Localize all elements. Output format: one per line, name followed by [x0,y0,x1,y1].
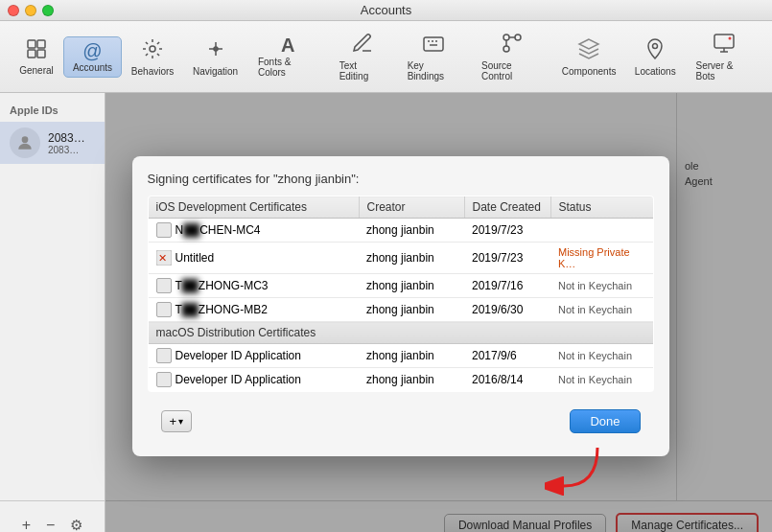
svg-rect-13 [714,35,734,48]
source-control-icon [501,32,524,58]
toolbar-item-behaviors[interactable]: Behaviors [122,33,183,81]
svg-text:✕: ✕ [158,252,167,264]
toolbar-item-navigation[interactable]: Navigation [183,33,247,81]
svg-point-4 [150,46,155,52]
add-certificate-button[interactable]: + ▾ [161,410,193,432]
toolbar-label-text-editing: Text Editing [339,60,386,81]
dropdown-arrow-icon: ▾ [178,416,183,427]
svg-rect-1 [37,40,45,48]
toolbar-label-fonts-colors: Fonts & Colors [258,57,318,78]
general-icon [25,37,48,63]
toolbar-item-general[interactable]: General [10,33,63,81]
toolbar-label-source-control: Source Control [481,60,542,81]
cert-icon-normal [156,302,172,317]
toolbar-label-server-bots: Server & Bots [696,60,752,81]
toolbar-label-key-bindings: Key Bindings [408,60,460,81]
cert-status: Not in Keychain [550,274,653,298]
table-row[interactable]: T██ZHONG-MB2 zhong jianbin 2019/6/30 Not… [148,298,653,322]
toolbar-label-components: Components [562,66,617,77]
section-header-label: macOS Distribution Certificates [148,322,653,344]
cert-name-cell: N██CHEN-MC4 [148,219,359,243]
cert-date: 2016/8/14 [464,368,550,392]
svg-point-15 [22,136,29,143]
svg-point-11 [503,46,509,52]
cert-status: Missing Private K… [550,243,653,274]
cert-name-cell: T██ZHONG-MC3 [148,274,359,298]
cert-status: Not in Keychain [550,344,653,368]
sidebar-account-item[interactable]: 2083… 2083… [0,122,105,164]
toolbar-item-accounts[interactable]: @ Accounts [63,36,122,78]
table-row[interactable]: N██CHEN-MC4 zhong jianbin 2019/7/23 [148,219,653,243]
svg-point-9 [503,35,509,40]
cert-name-cell: Developer ID Application [148,344,359,368]
svg-point-14 [728,37,731,40]
plus-icon: + [170,414,177,428]
sidebar-section-label: Apple IDs [0,101,105,122]
add-account-button[interactable]: + [18,515,35,533]
svg-rect-3 [37,50,45,58]
toolbar-item-text-editing[interactable]: Text Editing [329,27,397,86]
modal-title: Signing certificates for "zhong jianbin"… [148,172,654,186]
cert-creator: zhong jianbin [359,368,464,392]
svg-point-12 [653,43,658,48]
done-button[interactable]: Done [570,409,640,433]
svg-rect-2 [28,50,35,58]
toolbar-item-components[interactable]: Components [552,33,625,81]
maximize-button[interactable] [42,5,54,16]
table-row[interactable]: ✕ Untitled zhong jianbin 2019/7/23 Missi… [148,243,653,274]
toolbar-item-key-bindings[interactable]: Key Bindings [397,27,471,86]
toolbar-label-behaviors: Behaviors [131,66,174,77]
minimize-button[interactable] [25,5,36,16]
certificates-table: iOS Development Certificates Creator Dat… [148,196,654,392]
cert-icon-normal [156,278,172,293]
cert-icon-normal [156,372,172,387]
cert-name-text: Untitled [175,251,215,265]
toolbar-label-navigation: Navigation [193,66,238,77]
toolbar-item-fonts-colors[interactable]: A Fonts & Colors [247,31,329,82]
close-button[interactable] [8,5,19,16]
col-header-creator: Creator [359,197,464,219]
account-name: 2083… [48,131,95,145]
cert-icon-error: ✕ [156,250,172,266]
cert-creator: zhong jianbin [359,219,464,243]
settings-button[interactable]: ⚙ [66,515,86,533]
col-header-status: Status [550,197,653,219]
cert-name-cell: Developer ID Application [148,368,359,392]
main-area: Apple IDs 2083… 2083… ole Agent Signing … [0,93,772,532]
cert-creator: zhong jianbin [359,274,464,298]
cert-name-cell: T██ZHONG-MB2 [148,298,359,322]
cert-status: Not in Keychain [550,298,653,322]
cert-date: 2019/7/23 [464,219,550,243]
remove-account-button[interactable]: − [42,515,58,533]
table-row[interactable]: Developer ID Application zhong jianbin 2… [148,344,653,368]
toolbar-item-server-bots[interactable]: Server & Bots [686,27,762,86]
modal-overlay: Signing certificates for "zhong jianbin"… [105,93,772,532]
cert-creator: zhong jianbin [359,298,464,322]
navigation-icon [204,37,227,64]
table-row[interactable]: Developer ID Application zhong jianbin 2… [148,368,653,392]
table-row[interactable]: T██ZHONG-MC3 zhong jianbin 2019/7/16 Not… [148,274,653,298]
cert-creator: zhong jianbin [359,243,464,274]
toolbar: General @ Accounts Behaviors Navigation … [0,21,772,93]
cert-status: Not in Keychain [550,368,653,392]
cert-date: 2019/7/16 [464,274,550,298]
cert-name-text: T██ZHONG-MB2 [175,303,268,316]
toolbar-item-locations[interactable]: Locations [625,33,686,81]
certificates-modal: Signing certificates for "zhong jianbin"… [132,156,669,456]
behaviors-icon [141,37,164,64]
col-header-name: iOS Development Certificates [148,197,359,219]
toolbar-item-source-control[interactable]: Source Control [471,27,552,86]
section-header-macos: macOS Distribution Certificates [148,322,653,344]
toolbar-label-general: General [19,65,54,76]
text-editing-icon [351,32,374,58]
toolbar-label-accounts: Accounts [73,62,112,73]
account-id: 2083… [48,145,95,155]
col-header-date: Date Created [464,197,550,219]
cert-status [550,219,653,243]
locations-icon [643,37,667,64]
sidebar: Apple IDs 2083… 2083… [0,93,105,532]
svg-rect-8 [424,37,443,51]
cert-name-text: Developer ID Application [175,373,301,386]
cert-name-text: Developer ID Application [175,349,301,362]
sidebar-bottom-bar: + − ⚙ [0,500,105,532]
